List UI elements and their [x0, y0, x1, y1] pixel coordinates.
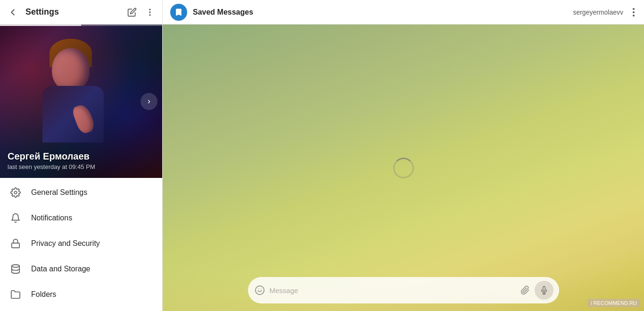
mic-button[interactable] — [535, 281, 553, 300]
svg-point-1 — [149, 11, 150, 13]
chat-background — [163, 25, 644, 311]
lock-icon — [9, 237, 22, 250]
profile-info: Сергей Ермолаев last seen yesterday at 0… — [8, 151, 95, 170]
sidebar-header: Settings — [0, 0, 163, 24]
next-photo-button[interactable]: › — [140, 93, 157, 110]
privacy-security-label: Privacy and Security — [31, 239, 100, 248]
gear-icon — [9, 186, 22, 199]
watermark: i RECOMMEND.RU — [587, 299, 640, 307]
profile-name: Сергей Ермолаев — [8, 151, 95, 162]
general-settings-label: General Settings — [31, 188, 87, 197]
menu-item-general[interactable]: General Settings — [0, 180, 162, 205]
folders-label: Folders — [31, 290, 56, 299]
folder-icon — [9, 288, 22, 301]
profile-photo — [28, 39, 118, 147]
chat-header: Saved Messages sergeyermolaevv — [163, 0, 644, 24]
settings-menu: General Settings Notifications — [0, 178, 162, 311]
settings-title: Settings — [25, 7, 120, 17]
profile-background: › Сергей Ермолаев last seen yesterday at… — [0, 25, 162, 178]
back-button[interactable] — [6, 5, 20, 19]
sidebar: › Сергей Ермолаев last seen yesterday at… — [0, 25, 163, 311]
edit-button[interactable] — [125, 6, 139, 19]
bell-icon — [9, 212, 22, 224]
svg-point-5 — [12, 265, 20, 268]
profile-progress-bar — [0, 25, 162, 26]
profile-section: › Сергей Ермолаев last seen yesterday at… — [0, 25, 162, 178]
face-shape — [52, 48, 90, 91]
more-options-button[interactable] — [143, 6, 157, 19]
message-input-area — [163, 272, 644, 311]
menu-item-notifications[interactable]: Notifications — [0, 205, 162, 231]
svg-point-2 — [149, 14, 150, 16]
data-storage-label: Data and Storage — [31, 265, 90, 273]
emoji-button[interactable] — [254, 284, 266, 296]
top-header: Settings Saved Messages — [0, 0, 644, 25]
chat-area: i RECOMMEND.RU — [163, 25, 644, 311]
database-icon — [9, 263, 22, 275]
chat-title: Saved Messages — [193, 8, 567, 17]
svg-point-6 — [255, 286, 264, 294]
message-input[interactable] — [270, 286, 516, 294]
notifications-label: Notifications — [31, 214, 72, 222]
loading-spinner — [393, 158, 414, 178]
header-icons — [125, 6, 157, 19]
username-text: sergeyermolaevv — [573, 8, 623, 16]
svg-point-0 — [149, 8, 150, 10]
menu-item-folders[interactable]: Folders — [0, 282, 162, 307]
svg-point-3 — [14, 191, 17, 194]
dot2 — [633, 11, 635, 13]
dot3 — [633, 15, 635, 17]
attach-button[interactable] — [520, 285, 531, 296]
chat-header-right: sergeyermolaevv — [573, 6, 636, 18]
main-content: › Сергей Ермолаев last seen yesterday at… — [0, 25, 644, 311]
profile-status: last seen yesterday at 09:45 PM — [8, 163, 95, 170]
message-input-container — [248, 277, 559, 303]
dot1 — [633, 8, 635, 10]
menu-item-data[interactable]: Data and Storage — [0, 256, 162, 282]
svg-rect-4 — [12, 243, 20, 248]
menu-item-privacy[interactable]: Privacy and Security — [0, 231, 162, 256]
progress-fill — [0, 25, 81, 26]
saved-messages-avatar — [170, 4, 187, 21]
chat-more-button[interactable] — [631, 6, 636, 18]
